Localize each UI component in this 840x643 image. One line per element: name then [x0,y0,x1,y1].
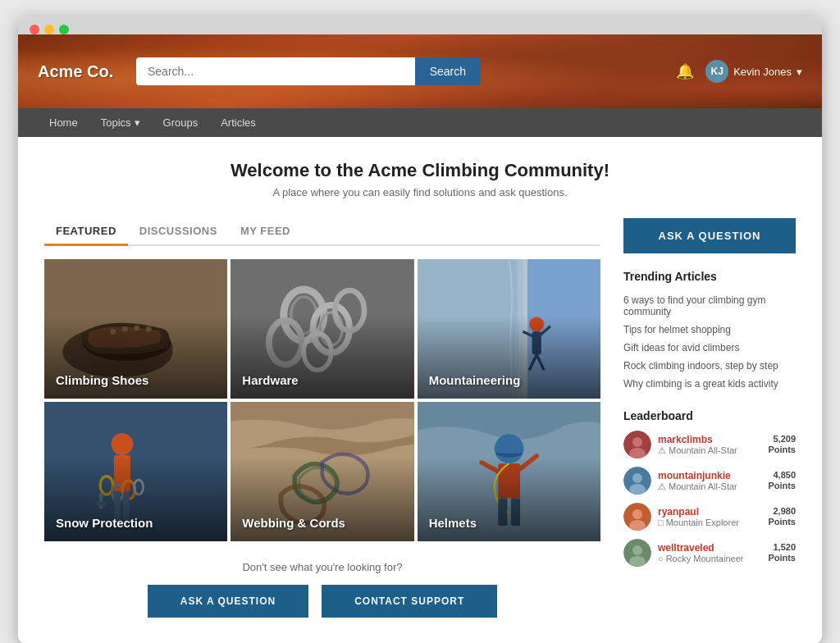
nav-item-articles[interactable]: Articles [209,108,267,137]
lb-username[interactable]: welltraveled [658,542,761,554]
list-item[interactable]: Rock climbing indoors, step by step [623,357,796,375]
chevron-down-icon: ▾ [797,66,802,78]
tab-discussions[interactable]: DISCUSSIONS [128,218,229,244]
tab-featured[interactable]: FEATURED [44,218,128,246]
lb-info: markclimbs ⚠ Mountain All-Star [658,434,761,456]
right-sidebar: ASK A QUESTION Trending Articles 6 ways … [623,218,796,621]
lb-points: 4,850 Points [768,470,796,491]
browser-window: Acme Co. Search 🔔 KJ Kevin Jones ▾ Home … [18,16,822,643]
category-card-snow-protection[interactable]: Snow Protection [44,402,227,541]
lb-points: 1,520 Points [768,542,796,563]
category-card-climbing-shoes[interactable]: Climbing Shoes [44,259,227,399]
footer-buttons: ASK A QUESTION CONTACT SUPPORT [44,585,600,618]
list-item[interactable]: Gift ideas for avid climbers [623,339,796,357]
content-layout: FEATURED DISCUSSIONS MY FEED [44,218,796,621]
card-label: Webbing & Cords [242,516,345,530]
browser-chrome [18,16,822,34]
lb-rank: □ Mountain Explorer [658,518,761,527]
site-nav: Home Topics ▾ Groups Articles [18,108,822,137]
card-label: Climbing Shoes [56,373,148,387]
user-name-label: Kevin Jones [733,66,792,78]
footer-ask-button[interactable]: ASK A QUESTION [148,585,308,618]
page-subtitle: A place where you can easily find soluti… [44,186,796,198]
header-actions: 🔔 KJ Kevin Jones ▾ [676,60,802,83]
lb-points: 2,980 Points [768,506,796,527]
avatar [623,539,651,567]
svg-point-48 [632,473,642,483]
trending-list: 6 ways to find your climbing gym communi… [623,291,796,393]
trending-title: Trending Articles [623,270,796,283]
lb-username[interactable]: mountainjunkie [658,470,761,481]
header-search: Search [136,57,481,85]
page-title: Welcome to the Acme Climbing Community! [44,160,796,181]
leaderboard-title: Leaderboard [623,409,796,422]
close-dot[interactable] [30,25,39,34]
category-card-helmets[interactable]: Helmets [418,402,600,541]
lb-info: ryanpaul □ Mountain Explorer [658,506,761,527]
footer-prompt: Don't see what you're looking for? [44,561,600,573]
category-card-mountaineering[interactable]: Mountaineering [418,259,600,399]
lb-info: welltraveled ○ Rocky Mountaineer [658,542,761,563]
card-label: Hardware [242,373,298,387]
category-card-webbing-cords[interactable]: Webbing & Cords [231,402,413,541]
nav-item-home[interactable]: Home [38,108,89,137]
search-input[interactable] [136,57,415,85]
maximize-dot[interactable] [59,25,69,34]
card-label: Mountaineering [429,373,521,387]
nav-item-topics[interactable]: Topics ▾ [89,108,152,137]
main-content: Welcome to the Acme Climbing Community! … [18,137,822,643]
minimize-dot[interactable] [44,25,54,34]
category-grid: Climbing Shoes [44,259,600,541]
svg-point-45 [632,437,642,447]
chevron-down-icon: ▾ [135,116,140,129]
category-card-hardware[interactable]: Hardware [231,259,413,399]
avatar: KJ [705,60,728,83]
notification-bell-icon[interactable]: 🔔 [676,62,694,80]
svg-point-51 [632,509,642,519]
search-button[interactable]: Search [415,57,481,85]
ask-question-button[interactable]: ASK A QUESTION [623,218,796,253]
nav-item-groups[interactable]: Groups [152,108,210,137]
lb-rank: ○ Rocky Mountaineer [658,554,761,563]
list-item[interactable]: Tips for helmet shopping [623,321,796,339]
lb-username[interactable]: markclimbs [658,434,761,445]
lb-points: 5,209 Points [768,434,796,455]
svg-point-54 [632,545,642,555]
lb-rank: ⚠ Mountain All-Star [658,481,761,492]
card-label: Snow Protection [56,516,153,530]
user-menu[interactable]: KJ Kevin Jones ▾ [705,60,802,83]
list-item[interactable]: Why climbing is a great kids activity [623,375,796,393]
page-hero: Welcome to the Acme Climbing Community! … [44,160,796,198]
site-header: Acme Co. Search 🔔 KJ Kevin Jones ▾ [18,34,822,108]
card-label: Helmets [429,516,477,530]
footer-cta: Don't see what you're looking for? ASK A… [44,541,600,621]
list-item[interactable]: 6 ways to find your climbing gym communi… [623,291,796,321]
main-panel: FEATURED DISCUSSIONS MY FEED [44,218,600,621]
leaderboard-item: markclimbs ⚠ Mountain All-Star 5,209 Poi… [623,431,796,458]
avatar [623,503,651,531]
leaderboard-item: ryanpaul □ Mountain Explorer 2,980 Point… [623,503,796,531]
avatar [623,431,651,458]
lb-info: mountainjunkie ⚠ Mountain All-Star [658,470,761,492]
lb-rank: ⚠ Mountain All-Star [658,445,761,456]
leaderboard-item: mountainjunkie ⚠ Mountain All-Star 4,850… [623,467,796,495]
tab-my-feed[interactable]: MY FEED [229,218,302,244]
lb-username[interactable]: ryanpaul [658,506,761,518]
site-logo: Acme Co. [38,62,120,81]
footer-contact-button[interactable]: CONTACT SUPPORT [322,585,497,618]
leaderboard-item: welltraveled ○ Rocky Mountaineer 1,520 P… [623,539,796,567]
avatar [623,467,651,495]
tabs-bar: FEATURED DISCUSSIONS MY FEED [44,218,600,246]
